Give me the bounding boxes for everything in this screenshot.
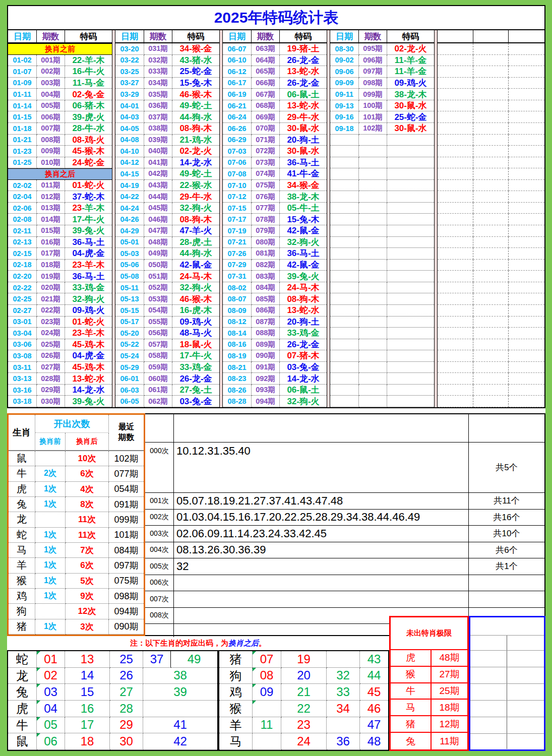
zodiac-number-cell: 48 <box>360 733 388 750</box>
cell-empty <box>387 157 434 169</box>
cell-date: 08-07 <box>223 293 252 305</box>
empty-cell <box>509 328 544 339</box>
cell-special-code: 46-猴-木 <box>172 293 219 305</box>
cell-empty <box>330 203 359 214</box>
cell-period: 080期 <box>252 237 280 248</box>
cell-empty <box>359 328 387 339</box>
cell-special-code: 42-鼠-金 <box>172 260 219 271</box>
cell-special-code: 11-马-金 <box>65 78 112 89</box>
empty-cell <box>438 55 473 67</box>
empty-cell <box>473 43 509 55</box>
cell-empty <box>387 203 434 214</box>
cell-period: 051期 <box>144 271 172 282</box>
empty-cell <box>473 225 509 237</box>
cell-empty <box>359 225 387 237</box>
cell-date: 05-20 <box>115 328 144 339</box>
cell-special-code: 21-鸡-水 <box>172 135 219 146</box>
cell-period: 078期 <box>252 214 280 225</box>
cell-date: 07-31 <box>223 271 252 282</box>
cell-special-code: 39-虎-火 <box>65 111 112 123</box>
empty-column-header <box>473 30 509 43</box>
cell-date: 07-06 <box>223 157 252 169</box>
zodiac-number: 19 <box>297 652 311 666</box>
cell-date: 08-26 <box>223 385 252 396</box>
zodiac-number: 34 <box>336 702 350 716</box>
cell-date: 02-06 <box>8 203 37 214</box>
cell-period: 055期 <box>144 317 172 328</box>
cell-empty <box>330 248 359 260</box>
cell-period: 074期 <box>252 168 280 180</box>
code-zodiac-element: -羊-木 <box>82 203 104 214</box>
empty-cell <box>509 135 544 146</box>
frequency-row: 007次 <box>145 591 544 607</box>
column-header-code: 特码 <box>280 30 327 43</box>
zodiac-row-label: 鸡 <box>219 684 253 701</box>
empty-cell <box>509 248 544 260</box>
cell-empty <box>330 362 359 373</box>
stats-zodiac-name: 虎 <box>9 482 35 497</box>
zodiac-number-cell: 15 <box>65 684 110 701</box>
cell-date: 07-12 <box>223 191 252 203</box>
cell-date: 03-29 <box>115 89 144 100</box>
cell-special-code: 24-蛇-金 <box>65 157 112 169</box>
zodiac-number-cell: 21 <box>281 684 327 701</box>
cell-period: 011期 <box>37 180 65 192</box>
unreleased-zodiac-limit-box: 未出特肖极限 虎48期猴27期牛25期马18期猪12期兔11期 <box>389 616 469 751</box>
cell-period: 050期 <box>144 260 172 271</box>
cell-special-code: 32-狗-火 <box>65 293 112 305</box>
page-title: 2025年特码统计表 <box>8 6 544 30</box>
empty-cell <box>473 317 509 328</box>
stats-before-count: 1次 <box>35 528 66 543</box>
cell-date: 05-11 <box>115 282 144 294</box>
stats-recent-period: 054期 <box>109 482 144 497</box>
stats-recent-period: 101期 <box>109 528 144 543</box>
cell-period: 033期 <box>144 66 172 78</box>
cell-period: 059期 <box>144 362 172 373</box>
cell-period: 002期 <box>37 66 65 78</box>
zodiac-number-cell: 22 <box>281 701 327 717</box>
cell-special-code: 01-蛇-火 <box>65 180 112 192</box>
cell-date: 09-02 <box>330 55 359 67</box>
cell-date: 08-02 <box>223 282 252 294</box>
frequency-spacer <box>145 414 544 442</box>
zodiac-number-cell: 07 <box>253 651 281 668</box>
cell-period: 095期 <box>359 43 387 55</box>
empty-box-cell <box>507 717 544 733</box>
limit-periods: 27期 <box>432 667 467 682</box>
cell-empty <box>387 248 434 260</box>
cell-period: 099期 <box>359 89 387 100</box>
zodiac-row-label: 蛇 <box>8 651 37 668</box>
stats-recent-period: 099期 <box>109 512 144 527</box>
stats-before-count: 1次 <box>35 619 66 635</box>
empty-box-row <box>470 684 544 701</box>
cell-special-code: 30-鼠-水 <box>280 146 327 157</box>
cell-period: 027期 <box>37 362 65 373</box>
cell-period: 037期 <box>144 111 172 123</box>
cell-period: 100期 <box>359 100 387 112</box>
empty-box-cell <box>470 701 507 717</box>
zodiac-number-cell: 19 <box>281 651 327 668</box>
zodiac-number-cell: 39 <box>143 684 217 701</box>
column-header-period: 期数 <box>37 30 65 43</box>
cell-period: 054期 <box>144 305 172 317</box>
empty-cell <box>509 396 544 407</box>
cell-special-code: 06-鼠-土 <box>280 89 327 100</box>
cell-period: 056期 <box>144 328 172 339</box>
stats-header-recent-line2: 期数 <box>118 432 135 443</box>
cell-empty <box>330 168 359 180</box>
cell-period: 019期 <box>37 271 65 282</box>
cell-empty <box>359 135 387 146</box>
stats-recent-period: 084期 <box>109 543 144 558</box>
stats-before-count <box>35 451 66 466</box>
group-separator <box>327 30 330 407</box>
cell-period: 070期 <box>252 123 280 135</box>
empty-box-cell <box>507 636 544 650</box>
cell-period: 097期 <box>359 66 387 78</box>
cell-date: 08-19 <box>223 350 252 362</box>
cell-date: 06-19 <box>223 89 252 100</box>
cell-date: 04-29 <box>115 225 144 237</box>
cell-period: 063期 <box>252 43 280 55</box>
cell-empty <box>359 248 387 260</box>
zodiac-number: 32 <box>336 668 350 682</box>
cell-special-code: 25-蛇-金 <box>387 111 434 123</box>
